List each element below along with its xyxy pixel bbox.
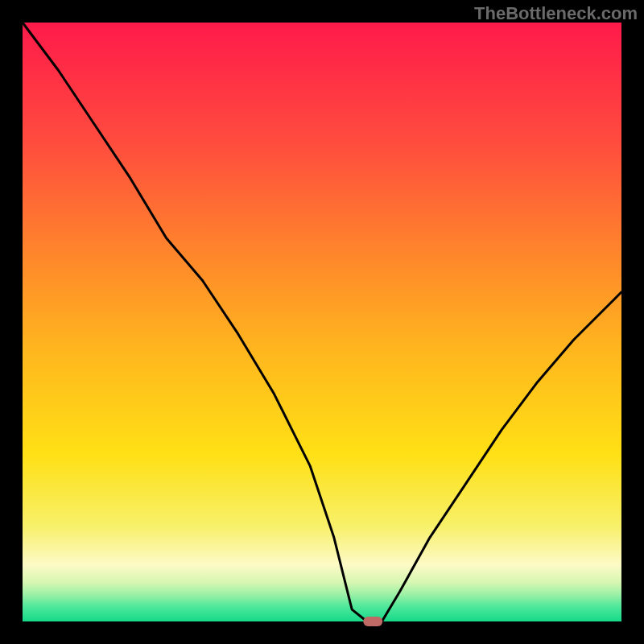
chart-background-gradient [23, 23, 621, 621]
optimal-marker [363, 617, 382, 626]
chart-container: TheBottleneck.com [0, 0, 644, 644]
attribution-text: TheBottleneck.com [474, 3, 638, 24]
bottleneck-chart [0, 0, 644, 644]
